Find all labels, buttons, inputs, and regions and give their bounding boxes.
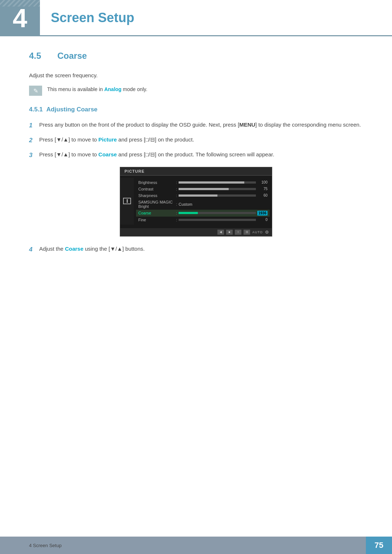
main-content: 4.5 Coarse Adjust the screen frequency. …: [0, 51, 392, 289]
osd-row-label: Coarse: [138, 211, 175, 215]
osd-gear-icon: ⚙: [265, 230, 269, 235]
osd-screen: PICTURE Brightness:100Contrast:75Sharpne…: [120, 167, 272, 237]
osd-row-label: Brightness: [138, 180, 175, 185]
step-4: 4 Adjust the Coarse using the [▼/▲] butt…: [29, 245, 363, 254]
section-heading: 4.5 Coarse: [29, 51, 363, 61]
intro-text: Adjust the screen frequency.: [29, 71, 363, 80]
intro-text-content: Adjust the screen frequency.: [29, 72, 98, 78]
section-number: 4.5: [29, 51, 51, 61]
step-2: 2 Press [▼/▲] to move to Picture and pre…: [29, 135, 363, 145]
osd-menu: Brightness:100Contrast:75Sharpness:60SAM…: [134, 178, 272, 225]
subsection-number: 4.5.1: [29, 106, 43, 113]
osd-btn-3: +: [235, 230, 241, 235]
steps-list: 1 Press any button on the front of the p…: [29, 120, 363, 160]
page-number: 75: [375, 541, 383, 550]
chapter-number: 4: [0, 0, 40, 36]
subsection-heading: 4.5.1 Adjusting Coarse: [29, 106, 363, 113]
step-3: 3 Press [▼/▲] to move to Coarse and pres…: [29, 150, 363, 160]
osd-row-label: Contrast: [138, 187, 175, 191]
osd-title-bar: PICTURE: [120, 167, 272, 176]
osd-container: PICTURE Brightness:100Contrast:75Sharpne…: [29, 167, 363, 237]
osd-btn-4: ⊟: [244, 230, 250, 235]
subsection-title: Adjusting Coarse: [46, 106, 98, 113]
note-bold-word: Analog: [104, 86, 121, 92]
osd-row-label: Sharpness: [138, 193, 175, 198]
note-text: This menu is available in Analog mode on…: [47, 86, 147, 93]
osd-bottom-bar: ◀ ■ + ⊟ AUTO ⚙: [120, 228, 272, 236]
chapter-number-text: 4: [13, 3, 27, 33]
note-text-after: mode only.: [122, 86, 147, 92]
osd-row: Sharpness:60: [136, 192, 270, 199]
osd-row: Contrast:75: [136, 186, 270, 192]
osd-row: Fine:0: [136, 217, 270, 223]
step4-list: 4 Adjust the Coarse using the [▼/▲] butt…: [29, 245, 363, 254]
osd-sidebar-icon-inner: [127, 199, 128, 203]
step-1: 1 Press any button on the front of the p…: [29, 120, 363, 130]
osd-row-label: SAMSUNG MAGIC Bright: [138, 200, 175, 209]
section-title: Coarse: [57, 51, 87, 61]
osd-sidebar: [120, 178, 134, 225]
osd-auto-text: AUTO: [252, 230, 263, 234]
osd-row: Coarse:1936: [136, 210, 270, 217]
note-icon: [29, 86, 42, 96]
note-box: This menu is available in Analog mode on…: [29, 86, 363, 96]
page-footer: 4 Screen Setup 75: [0, 537, 392, 554]
osd-btn-1: ◀: [217, 230, 224, 235]
osd-sidebar-icon: [123, 198, 131, 204]
chapter-header: 4 Screen Setup: [0, 0, 392, 36]
osd-row-label: Fine: [138, 218, 175, 222]
page-number-box: 75: [366, 537, 392, 554]
chapter-title-text: Screen Setup: [51, 10, 134, 25]
osd-row: Brightness:100: [136, 179, 270, 186]
chapter-title: Screen Setup: [40, 0, 392, 36]
osd-title-text: PICTURE: [124, 169, 144, 173]
osd-btn-2: ■: [226, 230, 233, 235]
osd-row: SAMSUNG MAGIC Bright: Custom: [136, 199, 270, 210]
footer-text: 4 Screen Setup: [0, 543, 366, 548]
note-text-before: This menu is available in: [47, 86, 104, 92]
osd-body: Brightness:100Contrast:75Sharpness:60SAM…: [120, 176, 272, 228]
